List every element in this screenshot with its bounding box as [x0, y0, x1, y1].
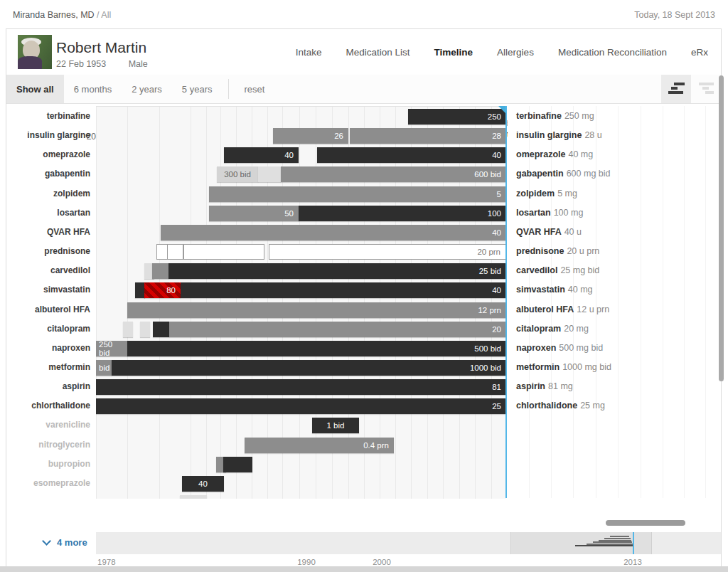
med-bar-segment[interactable]: 0.4 prn — [245, 438, 394, 453]
filter-6-months[interactable]: 6 months — [64, 75, 122, 103]
med-bar-segment[interactable]: 40 — [224, 147, 299, 163]
filter-show-all[interactable]: Show all — [6, 75, 64, 103]
med-row-label[interactable]: simvastatin — [11, 282, 90, 297]
filter-2-years[interactable]: 2 years — [122, 75, 172, 103]
med-row-label[interactable]: aspirin — [11, 378, 90, 394]
med-bar-segment[interactable]: 250 — [408, 109, 506, 125]
med-bar-segment[interactable] — [156, 244, 168, 260]
med-bar-segment[interactable]: 500 bid — [127, 341, 506, 356]
med-row-label[interactable]: chlorthalidone — [11, 398, 90, 413]
med-list-item[interactable]: citalopram20 mg — [516, 321, 589, 337]
med-row-label[interactable]: naproxen — [11, 340, 90, 356]
med-bar-segment[interactable]: 100 — [299, 206, 506, 221]
med-row-label[interactable]: prednisone — [11, 243, 90, 259]
filter-5-years[interactable]: 5 years — [172, 75, 223, 103]
med-list-item[interactable]: losartan100 mg — [516, 205, 583, 221]
med-list-item[interactable]: omeprazole40 mg — [516, 147, 593, 162]
reset-button[interactable]: reset — [235, 75, 275, 103]
med-row-label[interactable]: esomeprazole — [11, 475, 90, 491]
med-row-label[interactable]: nitroglycerin — [11, 437, 90, 452]
med-bar-segment[interactable]: 600 bid — [281, 166, 506, 182]
med-bar-segment[interactable]: bid — [96, 360, 112, 376]
med-bar-segment[interactable]: 40 — [181, 282, 506, 298]
med-bar-segment[interactable]: 1000 bid — [112, 360, 506, 376]
med-row-label[interactable]: QVAR HFA — [11, 224, 90, 240]
med-list-dose: 100 mg — [554, 208, 584, 218]
med-list-item[interactable]: QVAR HFA40 u — [516, 224, 582, 240]
med-row-label[interactable]: varenicline — [11, 417, 90, 433]
breadcrumb-user[interactable]: Miranda Barnes, MD — [13, 10, 95, 20]
med-bar-segment[interactable]: 40 — [161, 225, 506, 240]
med-list-item[interactable]: albuterol HFA12 u prn — [516, 302, 609, 317]
horizontal-scrollbar-thumb[interactable] — [606, 520, 685, 526]
future-gridline — [684, 106, 685, 498]
med-bar-segment[interactable] — [258, 166, 281, 182]
med-row-label[interactable]: omeprazole — [11, 147, 90, 162]
med-bar-segment[interactable]: 300 bid — [217, 166, 258, 182]
med-bar-segment[interactable]: 20 prn — [269, 244, 506, 260]
med-list-item[interactable]: insulin glargine28 u — [516, 127, 602, 143]
med-bar-segment[interactable]: 12 prn — [127, 302, 506, 318]
med-bar-segment[interactable] — [135, 282, 145, 298]
tab-intake[interactable]: Intake — [296, 47, 322, 58]
current-date-label: Today, 18 Sept 2013 — [634, 10, 715, 20]
med-list-name: terbinafine — [516, 111, 562, 121]
med-bar-segment[interactable]: 40 — [317, 147, 506, 163]
med-bar-segment[interactable] — [140, 322, 150, 337]
med-list-item[interactable]: terbinafine250 mg — [516, 108, 594, 124]
future-gridline — [618, 106, 619, 498]
tab-medication-reconciliation[interactable]: Medication Reconciliation — [558, 47, 667, 58]
tab-allergies[interactable]: Allergies — [497, 47, 534, 58]
tab-timeline[interactable]: Timeline — [434, 47, 473, 58]
med-bar-segment[interactable] — [123, 322, 133, 337]
med-bar-segment[interactable]: 25 — [96, 398, 506, 414]
med-bar-segment[interactable] — [153, 322, 169, 337]
med-row-label[interactable]: terbinafine — [11, 108, 90, 124]
med-row-label[interactable]: albuterol HFA — [11, 302, 90, 317]
med-bar-segment[interactable]: 250 bid — [96, 341, 127, 356]
med-bar-segment[interactable] — [183, 244, 264, 260]
med-bar-segment[interactable] — [167, 244, 183, 260]
med-bar-segment[interactable]: 28 — [350, 128, 506, 144]
med-bar-segment[interactable]: 50 — [209, 206, 299, 221]
med-bar-segment[interactable] — [152, 263, 168, 279]
vertical-scrollbar-thumb[interactable] — [719, 75, 724, 381]
med-row-label[interactable]: bupropion — [11, 456, 90, 472]
med-row-label[interactable]: carvedilol — [11, 263, 90, 278]
sort-by-start-button[interactable] — [661, 75, 691, 103]
med-bar-segment[interactable]: 26 — [273, 128, 348, 144]
med-bar-segment[interactable]: 1 bid — [312, 418, 359, 433]
med-row-label[interactable]: citalopram — [11, 321, 90, 337]
show-more-link[interactable]: 4 more — [43, 537, 87, 548]
med-list-item[interactable]: prednisone20 u prn — [516, 243, 599, 259]
med-list-item[interactable]: aspirin81 mg — [516, 378, 573, 394]
med-list-item[interactable]: gabapentin600 mg bid — [516, 166, 611, 181]
med-bar-segment[interactable]: 20 — [169, 322, 506, 337]
bar-dose-label: 40 — [492, 228, 501, 237]
med-row-label[interactable]: losartan — [11, 205, 90, 221]
sort-by-end-button[interactable] — [691, 75, 721, 103]
med-bar-segment[interactable]: 25 bid — [168, 263, 506, 279]
med-bar-segment[interactable]: 81 — [96, 379, 506, 395]
med-bar-segment[interactable]: 80 — [144, 282, 181, 298]
med-row-label[interactable]: zolpidem — [11, 186, 90, 201]
tab-erx[interactable]: eRx — [691, 47, 708, 58]
minimap-year-label: 2013 — [623, 558, 642, 566]
med-bar-segment[interactable]: 5 — [209, 186, 506, 202]
bar-dose-label: 25 — [492, 402, 501, 411]
timeline-minimap[interactable]: 1978199020002013 — [96, 532, 721, 554]
med-list-item[interactable]: carvedilol25 mg bid — [516, 263, 599, 278]
med-list-item[interactable]: zolpidem5 mg — [516, 186, 577, 201]
med-list-item[interactable]: simvastatin40 mg — [516, 282, 593, 297]
tab-medication-list[interactable]: Medication List — [346, 47, 410, 58]
med-row-label[interactable]: metformin — [11, 359, 90, 375]
med-bar-segment[interactable]: 40 — [182, 476, 224, 492]
med-row-label[interactable]: gabapentin — [11, 166, 90, 181]
med-bar-segment[interactable] — [223, 457, 252, 472]
breadcrumb-context[interactable]: All — [101, 10, 111, 20]
med-list-item[interactable]: metformin1000 mg bid — [516, 359, 611, 375]
bar-dose-label: 81 — [492, 383, 501, 391]
med-list-item[interactable]: chlorthalidone25 mg — [516, 398, 605, 413]
med-list-item[interactable]: naproxen500 mg bid — [516, 340, 603, 356]
med-row-label[interactable]: insulin glargine — [11, 127, 90, 143]
